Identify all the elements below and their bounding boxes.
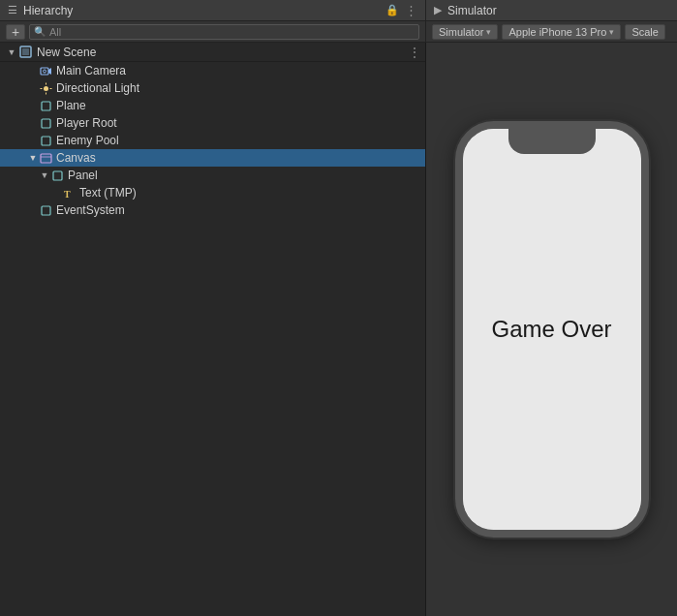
svg-rect-15 — [53, 171, 62, 180]
list-item[interactable]: Directional Light — [0, 79, 425, 97]
cube-icon — [39, 99, 52, 112]
cube-icon — [39, 116, 52, 130]
object-name: Canvas — [56, 151, 96, 165]
cube-icon — [39, 134, 52, 147]
device-label: Apple iPhone 13 Pro — [508, 26, 606, 38]
object-name: Main Camera — [56, 64, 126, 77]
scale-button[interactable]: Scale — [625, 24, 665, 40]
svg-point-4 — [43, 70, 46, 73]
game-over-label: Game Over — [491, 316, 611, 343]
svg-rect-11 — [42, 119, 50, 128]
scene-name: New Scene — [37, 46, 96, 59]
object-name: Plane — [56, 99, 86, 112]
scale-label: Scale — [631, 26, 659, 38]
scene-header[interactable]: ▼ New Scene ⋮ — [0, 43, 425, 62]
scene-menu-icon[interactable]: ⋮ — [408, 45, 421, 60]
list-item[interactable]: EventSystem — [0, 201, 425, 219]
object-name: EventSystem — [56, 203, 125, 217]
list-item[interactable]: Main Camera — [0, 62, 425, 79]
object-name: Directional Light — [56, 81, 139, 95]
simulator-mode-button[interactable]: Simulator ▾ — [432, 24, 498, 40]
simulator-panel: Game Over — [426, 43, 677, 616]
hierarchy-search-bar[interactable]: 🔍 All — [29, 24, 419, 40]
light-icon — [39, 81, 52, 95]
device-select-button[interactable]: Apple iPhone 13 Pro ▾ — [502, 24, 621, 40]
arrow-expanded-icon: ▼ — [27, 153, 39, 163]
svg-rect-10 — [42, 102, 50, 110]
list-item[interactable]: Enemy Pool — [0, 132, 425, 149]
svg-text:T: T — [64, 189, 71, 200]
arrow-expanded-icon: ▼ — [39, 170, 50, 180]
scene-arrow: ▼ — [6, 47, 17, 57]
object-name: Panel — [68, 169, 98, 182]
list-item-canvas[interactable]: ▼ Canvas — [0, 149, 425, 167]
object-name: Text (TMP) — [79, 186, 137, 200]
cube-icon — [39, 203, 52, 217]
camera-icon — [39, 64, 52, 77]
hierarchy-tab[interactable]: ☰ Hierarchy 🔒 ⋮ — [0, 0, 426, 20]
svg-rect-13 — [41, 154, 51, 163]
canvas-icon — [39, 151, 52, 165]
hierarchy-tab-menu-icon[interactable]: ⋮ — [405, 3, 417, 17]
search-input[interactable]: All — [49, 26, 61, 38]
lock-icon[interactable]: 🔒 — [385, 4, 399, 16]
list-item[interactable]: Player Root — [0, 114, 425, 132]
hierarchy-tab-icon: ☰ — [8, 4, 17, 16]
cube-icon — [50, 169, 64, 182]
object-name: Enemy Pool — [56, 134, 119, 147]
svg-rect-2 — [41, 68, 48, 75]
add-object-button[interactable]: + — [6, 24, 25, 40]
chevron-down-icon: ▾ — [609, 27, 614, 37]
phone-mockup: Game Over — [455, 121, 649, 538]
hierarchy-tab-label: Hierarchy — [23, 4, 73, 17]
simulator-tab-label: Simulator — [447, 4, 497, 17]
svg-rect-17 — [42, 206, 50, 215]
text-icon: T — [62, 186, 76, 200]
list-item[interactable]: T Text (TMP) — [0, 184, 425, 201]
phone-notch — [508, 129, 596, 154]
list-item[interactable]: Plane — [0, 97, 425, 114]
object-name: Player Root — [56, 116, 117, 130]
scene-icon — [17, 45, 33, 60]
list-item[interactable]: ▼ Panel — [0, 167, 425, 184]
phone-screen: Game Over — [463, 129, 641, 530]
hierarchy-toolbar: + 🔍 All — [0, 21, 426, 42]
simulator-tab-icon: ▶ — [434, 4, 442, 16]
chevron-down-icon: ▾ — [486, 27, 491, 37]
svg-rect-12 — [42, 137, 50, 145]
search-icon: 🔍 — [34, 26, 46, 37]
svg-rect-1 — [22, 48, 29, 55]
simulator-toolbar: Simulator ▾ Apple iPhone 13 Pro ▾ Scale — [426, 21, 677, 42]
hierarchy-panel: ▼ New Scene ⋮ Main Camera — [0, 43, 426, 616]
simulator-mode-label: Simulator — [439, 26, 483, 38]
simulator-tab[interactable]: ▶ Simulator — [426, 0, 677, 20]
svg-point-5 — [44, 86, 48, 91]
